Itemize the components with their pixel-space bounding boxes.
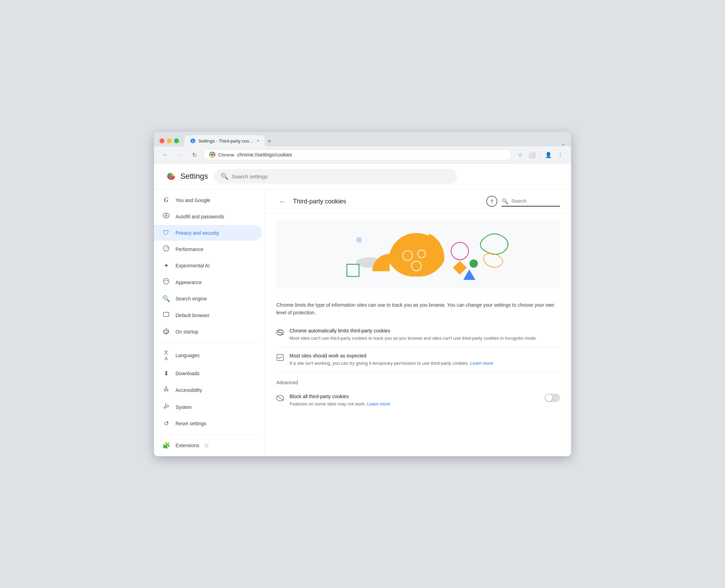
help-button[interactable]: ? [486, 196, 497, 207]
chrome-logo-icon [209, 152, 215, 158]
address-bar[interactable]: Chrome chrome://settings/cookies [203, 149, 512, 160]
sidebar-item-performance[interactable]: Performance [154, 241, 262, 258]
svg-point-9 [165, 386, 167, 388]
sidebar-label-on-startup: On startup [176, 329, 198, 335]
svg-point-7 [167, 280, 168, 281]
sidebar-item-accessibility[interactable]: Accessibility [154, 381, 262, 398]
close-traffic-light[interactable] [160, 138, 164, 143]
google-chrome-logo [165, 171, 176, 182]
settings-sidebar: G You and Google Autofill and passwords … [154, 190, 265, 456]
settings-favicon [190, 138, 196, 144]
svg-point-19 [451, 242, 469, 260]
settings-header: Settings 🔍 [154, 163, 571, 190]
svg-rect-15 [347, 264, 359, 276]
svg-marker-16 [453, 261, 467, 275]
default-browser-icon [162, 311, 170, 320]
navigation-bar: ← → ↻ Chrome chrome://settings/cookies ☆… [154, 146, 571, 163]
on-startup-icon: ⏻ [162, 328, 170, 335]
appearance-icon [162, 278, 170, 287]
main-content-header: ← Third-party cookies ? 🔍 [265, 190, 571, 214]
settings-layout: G You and Google Autofill and passwords … [154, 190, 571, 456]
refresh-button[interactable]: ↻ [189, 149, 200, 160]
sidebar-item-autofill[interactable]: Autofill and passwords [154, 208, 262, 225]
block-all-toggle[interactable] [545, 394, 560, 402]
content-area: Chrome limits the type of information si… [265, 294, 571, 424]
maximize-traffic-light[interactable] [174, 138, 179, 143]
tab-close-button[interactable]: × [257, 138, 259, 143]
sidebar-item-extensions[interactable]: 🧩 Extensions ⬡ [154, 437, 262, 453]
svg-rect-8 [163, 312, 169, 316]
main-search-input[interactable] [511, 198, 560, 204]
option-most-sites: Most sites should work as expected If a … [276, 347, 560, 373]
sidebar-label-appearance: Appearance [176, 280, 202, 285]
block-all-content: Block all third-party cookies Features o… [290, 394, 539, 408]
sidebar-item-on-startup[interactable]: ⏻ On startup [154, 324, 262, 339]
sidebar-item-reset[interactable]: ↺ Reset settings [154, 416, 262, 432]
sidebar-item-privacy[interactable]: 🛡 Privacy and security [154, 225, 262, 241]
main-search-icon: 🔍 [502, 198, 508, 204]
sidebar-item-downloads[interactable]: ⬇ Downloads [154, 365, 262, 381]
sidebar-label-reset: Reset settings [176, 421, 206, 426]
page-title: Third-party cookies [293, 198, 346, 205]
block-all-icon [276, 394, 284, 404]
tab-title: Settings - Third-party cookie [198, 138, 254, 144]
you-and-google-icon: G [162, 196, 170, 204]
auto-limit-desc: Most sites can't use third-party cookies… [290, 335, 560, 342]
downloads-icon: ⬇ [162, 370, 170, 377]
languages-icon: 文A [162, 349, 170, 361]
svg-point-18 [470, 259, 478, 268]
tab-list-button[interactable]: ⌄ [561, 141, 565, 146]
external-link-icon: ⬡ [205, 443, 208, 448]
learn-more-link-1[interactable]: Learn more [470, 361, 493, 366]
sidebar-item-system[interactable]: System [154, 398, 262, 416]
auto-limit-icon [276, 329, 284, 338]
block-all-toggle-container [545, 394, 560, 402]
settings-search-bar[interactable]: 🔍 [214, 169, 457, 184]
sidebar-label-extensions: Extensions [176, 443, 199, 448]
forward-button[interactable]: → [174, 149, 185, 160]
sidebar-item-languages[interactable]: 文A Languages [154, 345, 262, 365]
active-tab[interactable]: Settings - Third-party cookie × [185, 135, 265, 146]
profile-button[interactable]: 👤 [543, 150, 554, 160]
system-icon [162, 403, 170, 411]
settings-logo: Settings [165, 171, 208, 182]
sidebar-item-experimental-ai[interactable]: ✦ Experimental AI [154, 258, 262, 274]
settings-search-input[interactable] [232, 174, 450, 179]
minimize-traffic-light[interactable] [167, 138, 172, 143]
settings-title: Settings [180, 172, 208, 181]
nav-icons: ☆ ⬜ 👤 ⋮ [515, 150, 565, 160]
main-search-container[interactable]: 🔍 [502, 196, 560, 207]
sidebar-label-you-and-google: You and Google [176, 198, 210, 203]
cookie-illustration [276, 219, 560, 289]
auto-limit-content: Chrome automatically limits third-party … [290, 328, 560, 342]
back-button-main[interactable]: ← [276, 195, 289, 208]
sidebar-item-you-and-google[interactable]: G You and Google [154, 192, 262, 208]
extension-button[interactable]: ⬜ [527, 150, 537, 160]
extensions-icon: 🧩 [162, 442, 170, 449]
sidebar-item-appearance[interactable]: Appearance [154, 274, 262, 291]
most-sites-title: Most sites should work as expected [290, 353, 560, 359]
address-text: chrome://settings/cookies [237, 152, 506, 158]
learn-more-link-2[interactable]: Learn more [367, 401, 390, 406]
sidebar-item-default-browser[interactable]: Default browser [154, 307, 262, 324]
svg-point-5 [163, 279, 169, 284]
back-button[interactable]: ← [160, 149, 171, 160]
sidebar-label-autofill: Autofill and passwords [176, 214, 224, 219]
most-sites-desc: If a site isn't working, you can try giv… [290, 360, 560, 367]
new-tab-button[interactable]: + [265, 136, 274, 146]
tabs-bar: Settings - Third-party cookie × + ⌄ [185, 135, 565, 146]
chrome-label: Chrome [218, 152, 234, 158]
sidebar-item-search-engine[interactable]: 🔍 Search engine [154, 291, 262, 307]
menu-button[interactable]: ⋮ [555, 150, 565, 160]
sidebar-label-downloads: Downloads [176, 371, 199, 376]
block-all-title: Block all third-party cookies [290, 394, 539, 399]
svg-point-3 [163, 213, 169, 218]
sidebar-label-performance: Performance [176, 247, 203, 252]
main-actions: ? 🔍 [486, 196, 560, 207]
svg-point-2 [169, 175, 172, 178]
experimental-ai-icon: ✦ [162, 262, 170, 269]
auto-limit-title: Chrome automatically limits third-party … [290, 328, 560, 333]
traffic-lights [160, 138, 179, 143]
settings-search-icon: 🔍 [221, 172, 228, 180]
bookmark-button[interactable]: ☆ [515, 150, 526, 160]
